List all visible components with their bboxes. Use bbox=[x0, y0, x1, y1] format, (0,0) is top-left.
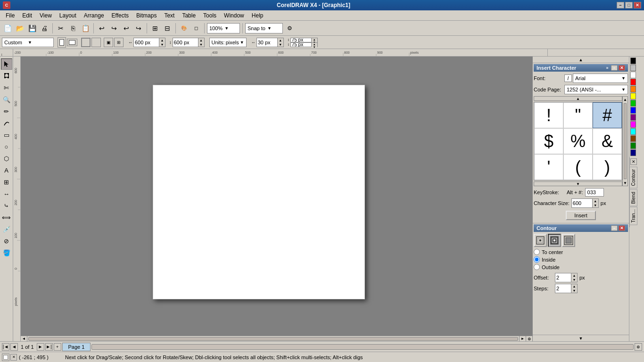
redo-button[interactable]: ↩ bbox=[121, 23, 132, 34]
table-tool-button[interactable]: ⊞ bbox=[1, 176, 12, 188]
menu-file[interactable]: File bbox=[2, 11, 18, 20]
text-tool-button[interactable]: A bbox=[1, 165, 12, 176]
app-close-button[interactable]: ✕ bbox=[634, 2, 641, 8]
page-width-input[interactable]: 600 px bbox=[133, 38, 159, 47]
char-apostrophe[interactable]: ' bbox=[534, 154, 563, 180]
facing-pages-button[interactable]: ▣ bbox=[104, 38, 113, 47]
print-button[interactable]: 🖨 bbox=[39, 23, 50, 34]
char-exclamation[interactable]: ! bbox=[534, 102, 563, 128]
contour-minimize-btn[interactable]: − bbox=[611, 225, 618, 231]
add-page-btn[interactable]: + bbox=[54, 343, 61, 351]
rectangle-tool-button[interactable]: ▭ bbox=[1, 129, 12, 140]
first-page-btn[interactable]: |◄ bbox=[2, 343, 9, 351]
canvas-area[interactable]: ◄ ► ⊕ bbox=[21, 57, 532, 341]
zoom-dropdown[interactable]: 100% ▼ bbox=[207, 23, 240, 33]
codepage-dropdown[interactable]: 1252 (ANSI -... ▼ bbox=[564, 85, 628, 94]
page-size-dropdown[interactable]: Custom ▼ bbox=[2, 38, 54, 47]
menu-text[interactable]: Text bbox=[160, 11, 178, 20]
portrait-button[interactable] bbox=[58, 37, 66, 48]
paste-button[interactable]: 📋 bbox=[80, 23, 91, 34]
color-cyan[interactable] bbox=[630, 128, 636, 135]
contour-close-btn[interactable]: ✕ bbox=[619, 225, 625, 231]
undo-arrow-button[interactable]: ↪ bbox=[108, 23, 120, 34]
char-size-spinbox[interactable]: ▲ ▼ bbox=[571, 198, 599, 208]
menu-window[interactable]: Window bbox=[220, 11, 248, 20]
offset-x-down[interactable]: ▼ bbox=[278, 42, 283, 47]
page-border-button[interactable] bbox=[81, 38, 91, 47]
inside-radio[interactable] bbox=[534, 256, 540, 263]
width-down-arrow[interactable]: ▼ bbox=[159, 42, 165, 47]
color-magenta[interactable] bbox=[630, 121, 636, 128]
prev-page-btn[interactable]: ◄ bbox=[10, 343, 18, 351]
inside-btn[interactable] bbox=[548, 234, 561, 247]
offset-x-spinbox[interactable]: ▲ ▼ bbox=[256, 38, 284, 47]
menu-help[interactable]: Help bbox=[248, 11, 267, 20]
offset-down[interactable]: ▼ bbox=[571, 278, 577, 282]
to-center-btn[interactable] bbox=[534, 234, 547, 247]
char-close-paren[interactable]: ) bbox=[593, 154, 622, 180]
steps-spinbox[interactable]: ▲ ▼ bbox=[555, 284, 578, 293]
menu-arrange[interactable]: Arrange bbox=[80, 11, 108, 20]
color-brown[interactable] bbox=[630, 135, 636, 142]
steps-down[interactable]: ▼ bbox=[571, 288, 577, 293]
char-scrollbar[interactable]: ▲ ▼ bbox=[622, 96, 628, 186]
units-dropdown[interactable]: Units: pixels ▼ bbox=[209, 38, 247, 47]
outside-btn[interactable] bbox=[562, 234, 575, 247]
page-layout-button[interactable]: ⊞ bbox=[114, 38, 124, 47]
shape-tool-button[interactable] bbox=[1, 70, 12, 82]
color-yellow[interactable] bbox=[630, 93, 636, 99]
offset-y2-spinbox[interactable]: ▲ ▼ bbox=[290, 42, 318, 47]
insert-character-button[interactable]: Insert bbox=[566, 211, 596, 220]
menu-effects[interactable]: Effects bbox=[108, 11, 132, 20]
page-height-input[interactable]: 600 px bbox=[173, 38, 198, 47]
zoom-tool-button[interactable]: 🔍 bbox=[1, 94, 12, 105]
to-center-radio[interactable] bbox=[534, 249, 540, 255]
smart-draw-button[interactable] bbox=[1, 117, 12, 129]
steps-up[interactable]: ▲ bbox=[571, 284, 577, 288]
char-quote[interactable]: " bbox=[563, 102, 593, 128]
color-purple[interactable] bbox=[630, 114, 636, 121]
color-gray[interactable] bbox=[630, 65, 636, 71]
char-dollar[interactable]: $ bbox=[534, 128, 563, 154]
char-open-paren[interactable]: ( bbox=[563, 154, 593, 180]
blend-tool-button[interactable]: ⟺ bbox=[1, 212, 12, 223]
landscape-button[interactable] bbox=[67, 39, 77, 46]
select-tool-button[interactable] bbox=[1, 58, 12, 70]
offset-y1-spinbox[interactable]: ▲ ▼ bbox=[290, 38, 318, 42]
zoom-fit-btn[interactable]: ⊕ bbox=[526, 336, 532, 342]
h-scrollbar[interactable]: ◄ ► ⊕ bbox=[21, 336, 532, 341]
options-button[interactable]: ⚙ bbox=[284, 23, 295, 34]
freehand-tool-button[interactable]: ✏ bbox=[1, 106, 12, 117]
offset-spinbox[interactable]: ▲ ▼ bbox=[555, 273, 578, 282]
offset-y2-down[interactable]: ▼ bbox=[312, 46, 317, 49]
char-size-down[interactable]: ▼ bbox=[593, 203, 598, 207]
copy-button[interactable]: ⎘ bbox=[67, 23, 79, 34]
color-red[interactable] bbox=[630, 79, 636, 85]
snap-dropdown[interactable]: Snap to ▼ bbox=[245, 23, 283, 33]
cut-button[interactable]: ✂ bbox=[55, 23, 66, 34]
next-page-btn[interactable]: ► bbox=[37, 343, 44, 351]
eyedropper-tool-button[interactable]: 💉 bbox=[1, 223, 12, 235]
offset-y2-input[interactable] bbox=[290, 42, 312, 47]
fill-color-indicator[interactable] bbox=[2, 354, 9, 361]
zoom-in-btn[interactable]: ⊕ bbox=[635, 343, 642, 351]
offset-x-input[interactable] bbox=[256, 38, 278, 47]
menu-layout[interactable]: Layout bbox=[56, 11, 80, 20]
color-dark-green[interactable] bbox=[630, 142, 636, 149]
vtab-blend[interactable]: Blend bbox=[629, 189, 637, 206]
height-up-arrow[interactable]: ▲ bbox=[198, 38, 204, 42]
crop-tool-button[interactable]: ✄ bbox=[1, 82, 12, 93]
offset-x-up[interactable]: ▲ bbox=[278, 38, 283, 42]
insert-char-minimize-btn[interactable]: − bbox=[611, 65, 618, 71]
steps-input[interactable] bbox=[555, 284, 571, 293]
panel-expand-btn[interactable]: » bbox=[604, 65, 610, 71]
app-minimize-button[interactable]: − bbox=[617, 2, 624, 8]
outline-color-indicator[interactable]: ✕ bbox=[10, 354, 17, 361]
export-button[interactable]: ⊟ bbox=[162, 23, 173, 34]
open-button[interactable]: 📂 bbox=[14, 23, 25, 34]
char-size-up[interactable]: ▲ bbox=[593, 199, 598, 203]
char-percent[interactable]: % bbox=[563, 128, 593, 154]
last-page-btn[interactable]: ►| bbox=[45, 343, 53, 351]
bleed-button[interactable] bbox=[91, 38, 101, 47]
vtab-close-x[interactable]: ✕ bbox=[630, 158, 637, 165]
